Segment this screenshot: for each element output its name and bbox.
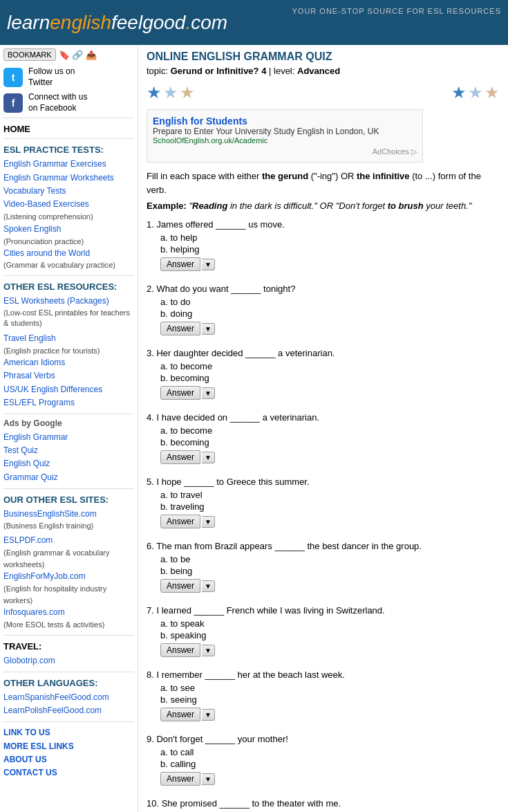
q4-option-b: b. becoming — [160, 437, 500, 447]
sidebar-link-programs[interactable]: ESL/EFL Programs — [3, 396, 134, 409]
question-10: 10. She promised ______ to the theater w… — [147, 798, 500, 812]
sidebar-link-travel[interactable]: Travel English — [3, 332, 134, 345]
example-reading: Reading — [192, 201, 227, 211]
q4-answer-wrap: Answer ▼ — [160, 450, 500, 464]
facebook-text: Connect with us on Facebook — [28, 92, 87, 113]
star-2: ★ — [163, 83, 178, 102]
ad-choices: AdChoices ▷ — [153, 147, 417, 156]
q7-option-b: b. speaking — [160, 630, 500, 640]
our-sites-title: OUR OTHER ESL SITES: — [3, 495, 134, 505]
sidebar-link-phrasal[interactable]: Phrasal Verbs — [3, 369, 134, 382]
example-label: Example: — [147, 201, 187, 211]
sidebar-link-spoken[interactable]: Spoken English — [3, 223, 134, 236]
q3-answer-button[interactable]: Answer — [160, 386, 200, 400]
header: learnenglishfeelgood.com YOUR ONE-STOP S… — [0, 0, 508, 45]
level-label: level: — [274, 66, 294, 76]
question-6: 6. The man from Brazil appears ______ th… — [147, 541, 500, 593]
q9-answer-arrow[interactable]: ▼ — [202, 773, 215, 785]
q3-answer-arrow[interactable]: ▼ — [202, 387, 215, 399]
sidebar-link-cities[interactable]: Cities around the World — [3, 247, 134, 260]
pipe: | — [269, 66, 274, 76]
twitter-follow[interactable]: t Follow us on Twitter — [3, 66, 134, 88]
q5-answer-arrow[interactable]: ▼ — [202, 516, 215, 528]
bookmark-button[interactable]: BOOKMARK — [3, 48, 56, 61]
q6-answer-button[interactable]: Answer — [160, 579, 200, 593]
sidebar-link-spanish[interactable]: LearnSpanishFeelGood.com — [3, 691, 134, 704]
questions-list: 1. James offered ______ us move. a. to h… — [147, 219, 500, 812]
question-2: 2. What do you want ______ tonight? a. t… — [147, 284, 500, 335]
spoken-english-wrap: Spoken English (Pronunciation practice) — [3, 223, 134, 246]
sidebar-link-vocab-tests[interactable]: Vocabulary Tests — [3, 185, 134, 198]
q3-option-b: b. becoming — [160, 373, 500, 383]
sidebar-link-differences[interactable]: US/UK English Differences — [3, 383, 134, 396]
q5-option-a: a. to travel — [160, 490, 500, 500]
q9-option-a: a. to call — [160, 747, 500, 757]
google-ad-grammarquiz[interactable]: Grammar Quiz — [3, 471, 134, 484]
twitter-text: Follow us on Twitter — [28, 66, 75, 88]
sidebar-link-eslpdf[interactable]: ESLPDF.com — [3, 534, 134, 547]
esl-section-title: ESL PRACTICE TESTS: — [3, 145, 134, 155]
q10-text: 10. She promised ______ to the theater w… — [147, 798, 500, 809]
sidebar-link-video[interactable]: Video-Based Exercises — [3, 198, 134, 211]
q8-answer-arrow[interactable]: ▼ — [202, 709, 215, 721]
sidebar-link-idioms[interactable]: American Idioms — [3, 356, 134, 369]
ad-description: Prepare to Enter Your University Study E… — [153, 127, 417, 136]
sidebar-link-infosquares[interactable]: Infosquares.com — [3, 606, 134, 619]
q3-text: 3. Her daughter decided ______ a veterin… — [147, 348, 500, 358]
home-link[interactable]: HOME — [3, 124, 134, 134]
q9-answer-button[interactable]: Answer — [160, 772, 200, 786]
q7-answer-arrow[interactable]: ▼ — [202, 645, 215, 656]
google-ad-englishquiz[interactable]: English Quiz — [3, 457, 134, 470]
google-ad-grammar[interactable]: English Grammar — [3, 431, 134, 444]
q1-answer-arrow[interactable]: ▼ — [202, 259, 215, 270]
level-value: Advanced — [297, 66, 340, 76]
sidebar-link-grammar-exercises[interactable]: English Grammar Exercises — [3, 158, 134, 171]
sidebar-link-worksheets[interactable]: ESL Worksheets (Packages) — [3, 295, 134, 308]
google-ad-testquiz[interactable]: Test Quiz — [3, 444, 134, 457]
q6-answer-arrow[interactable]: ▼ — [202, 580, 215, 592]
q1-option-a: a. to help — [160, 232, 500, 243]
q6-option-a: a. to be — [160, 554, 500, 564]
q8-text: 8. I remember ______ her at the beach la… — [147, 670, 500, 680]
travel-english-wrap: Travel English (English practice for tou… — [3, 332, 134, 356]
sidebar-link-more-esl[interactable]: MORE ESL LINKS — [3, 740, 134, 753]
q9-option-b: b. calling — [160, 759, 500, 769]
sidebar-link-link-to-us[interactable]: LINK TO US — [3, 726, 134, 739]
q6-text: 6. The man from Brazil appears ______ th… — [147, 541, 500, 551]
twitter-icon: t — [3, 68, 23, 87]
sidebar-link-polish[interactable]: LearnPolishFeelGood.com — [3, 704, 134, 717]
q7-answer-button[interactable]: Answer — [160, 643, 200, 657]
q5-answer-wrap: Answer ▼ — [160, 515, 500, 528]
ad-link[interactable]: English for Students — [153, 116, 417, 127]
topic-line: topic: Gerund or Infinitive? 4 | level: … — [147, 66, 500, 76]
question-3: 3. Her daughter decided ______ a veterin… — [147, 348, 500, 400]
sidebar-link-contact[interactable]: CONTACT US — [3, 766, 134, 779]
q4-answer-arrow[interactable]: ▼ — [202, 452, 215, 463]
sidebar-link-globotrip[interactable]: Globotrip.com — [3, 654, 134, 667]
example: Example: "Reading in the dark is difficu… — [147, 201, 500, 211]
q2-answer-arrow[interactable]: ▼ — [202, 323, 215, 335]
infinitive-label: the infinitive — [357, 171, 410, 181]
q8-option-a: a. to see — [160, 683, 500, 693]
language-links: LearnSpanishFeelGood.com LearnPolishFeel… — [3, 691, 134, 717]
header-tagline: YOUR ONE-STOP SOURCE FOR ESL RESOURCES — [292, 7, 501, 15]
sidebar-link-business[interactable]: BusinessEnglishSite.com — [3, 508, 134, 521]
q1-answer-button[interactable]: Answer — [160, 257, 200, 271]
q2-option-a: a. to do — [160, 297, 500, 307]
other-languages-title: OTHER LANGUAGES: — [3, 678, 134, 688]
q7-text: 7. I learned ______ French while I was l… — [147, 605, 500, 616]
ads-by-google: Ads by Google — [3, 418, 134, 428]
sidebar-link-job[interactable]: EnglishForMyJob.com — [3, 570, 134, 583]
bookmark-bar: BOOKMARK 🔖 🔗 📤 — [3, 48, 134, 61]
q3-answer-wrap: Answer ▼ — [160, 386, 500, 400]
stars-right: ★ ★ ★ — [451, 83, 500, 102]
star-6: ★ — [485, 83, 500, 102]
sidebar-link-grammar-worksheets[interactable]: English Grammar Worksheets — [3, 172, 134, 185]
question-9: 9. Don't forget ______ your mother! a. t… — [147, 734, 500, 786]
sidebar-link-about[interactable]: ABOUT US — [3, 753, 134, 766]
q2-answer-button[interactable]: Answer — [160, 322, 200, 335]
q4-answer-button[interactable]: Answer — [160, 450, 200, 464]
q8-answer-button[interactable]: Answer — [160, 708, 200, 721]
q5-answer-button[interactable]: Answer — [160, 515, 200, 528]
facebook-connect[interactable]: f Connect with us on Facebook — [3, 92, 134, 113]
